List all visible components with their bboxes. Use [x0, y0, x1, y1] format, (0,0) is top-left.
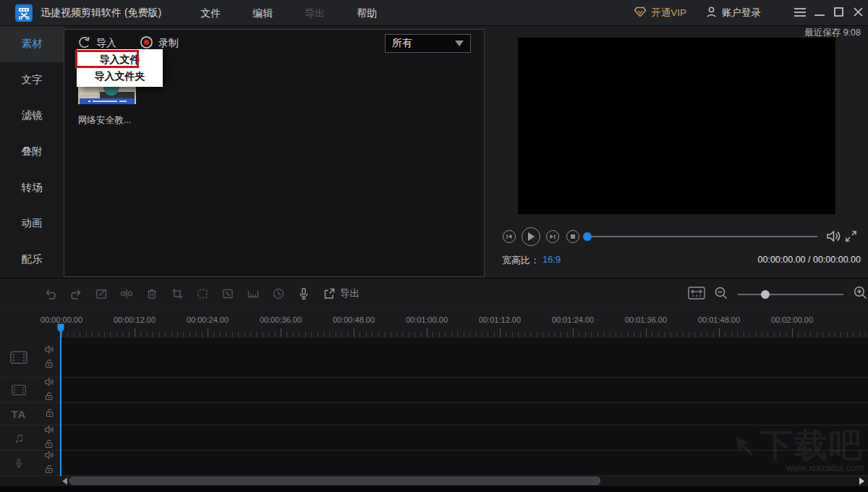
fit-timeline-button[interactable] [687, 285, 706, 304]
track-lane-music[interactable] [60, 425, 868, 450]
volume-icon [825, 229, 842, 244]
ruler-minor-ticks [61, 332, 868, 337]
track-row-voice [0, 451, 868, 476]
record-label: 录制 [158, 37, 179, 50]
split-button[interactable] [119, 287, 134, 301]
app-window: 迅捷视频剪辑软件 (免费版) 文件 编辑 导出 帮助 开通VIP 账户登录 [0, 0, 868, 492]
zoom-slider-handle[interactable] [761, 290, 770, 299]
playhead-line[interactable] [60, 326, 61, 476]
track-mute-toggle[interactable] [44, 376, 54, 389]
seek-bar[interactable] [583, 236, 817, 237]
track-lock-toggle[interactable] [45, 464, 54, 477]
mosaic-button[interactable] [221, 287, 235, 301]
sidebar-item-text[interactable]: 文字 [0, 62, 64, 98]
ruler-button[interactable] [246, 287, 260, 301]
caret-down-icon [455, 41, 464, 46]
minimize-button[interactable] [809, 0, 829, 26]
trash-icon [145, 287, 159, 301]
zoom-out-button[interactable] [713, 285, 729, 304]
track-row-video [0, 338, 868, 378]
ruler-major-tick [500, 328, 501, 337]
speaker-icon [44, 345, 54, 354]
voiceover-button[interactable] [297, 287, 311, 301]
login-button[interactable]: 账户登录 [705, 6, 761, 20]
volume-button[interactable] [825, 229, 842, 247]
edit-button[interactable] [94, 287, 109, 301]
export-button[interactable]: 导出 [322, 287, 359, 301]
unlock-icon [46, 408, 54, 417]
track-lane-video-overlay[interactable] [60, 378, 868, 402]
video-preview-screen [518, 38, 835, 214]
redo-button[interactable] [69, 287, 83, 301]
ruler-label: 00:01:00.00 [406, 315, 448, 324]
track-lane-text[interactable] [60, 403, 868, 425]
prev-frame-button[interactable] [503, 230, 516, 243]
delete-button[interactable] [145, 287, 159, 301]
minimize-icon [814, 7, 825, 20]
highlight-annotation-box [75, 50, 139, 68]
scroll-right-arrow-icon[interactable] [859, 478, 864, 485]
track-lock-toggle[interactable] [45, 358, 54, 371]
track-lane-video[interactable] [60, 338, 868, 377]
timeline-zoom-slider[interactable] [738, 294, 843, 295]
vip-button[interactable]: 开通VIP [634, 7, 686, 20]
track-mute-toggle[interactable] [44, 449, 54, 462]
ruler-label: 00:01:12.00 [479, 315, 521, 324]
ruler-label: 00:01:24.00 [552, 315, 594, 324]
track-mute-toggle[interactable] [44, 344, 54, 357]
speaker-icon [44, 451, 54, 459]
menu-item-import-folder[interactable]: 导入文件夹 [77, 68, 163, 85]
zoom-in-button[interactable] [852, 284, 868, 304]
close-button[interactable] [848, 0, 868, 26]
track-lock-toggle[interactable] [45, 391, 54, 404]
playhead-handle[interactable] [57, 323, 64, 336]
timeline-ruler[interactable]: 00:00:00.0000:00:12.0000:00:24.0000:00:3… [0, 310, 868, 338]
stop-button[interactable] [566, 230, 579, 243]
sidebar-item-overlays[interactable]: 叠附 [0, 134, 64, 170]
seek-handle[interactable] [583, 232, 592, 241]
menu-help[interactable]: 帮助 [341, 0, 393, 26]
track-mute-toggle[interactable] [44, 424, 54, 437]
sidebar-item-music[interactable]: 配乐 [0, 241, 64, 277]
bottom-strip [0, 486, 868, 492]
aspect-ratio-value[interactable]: 16:9 [542, 254, 561, 267]
sidebar-item-media[interactable]: 素材 [0, 26, 64, 62]
speaker-icon [44, 378, 54, 386]
play-button[interactable] [522, 227, 540, 246]
sidebar-item-transitions[interactable]: 转场 [0, 169, 64, 205]
filmstrip-icon [0, 383, 38, 397]
app-menu-button[interactable] [790, 0, 809, 26]
track-lock-toggle[interactable] [46, 407, 54, 420]
ruler-major-tick [427, 328, 427, 337]
ruler-major-tick [719, 328, 720, 337]
select-region-button[interactable] [195, 287, 210, 301]
app-logo-icon [15, 4, 33, 22]
track-lane-voice[interactable] [60, 451, 868, 475]
ruler-major-tick [792, 328, 793, 337]
clip-name: 网络安全教... [78, 114, 143, 127]
zoom-in-icon [852, 284, 868, 301]
ruler-major-tick [135, 328, 135, 337]
track-row-music: ♫ [0, 425, 868, 451]
sidebar-item-filters[interactable]: 滤镜 [0, 98, 64, 134]
scrollbar-thumb[interactable] [69, 477, 600, 485]
menu-edit[interactable]: 编辑 [237, 0, 289, 26]
duration-button[interactable] [271, 287, 286, 301]
sidebar: 素材 文字 滤镜 叠附 转场 动画 配乐 [0, 26, 64, 277]
filter-select[interactable]: 所有 [385, 34, 471, 53]
timeline-tracks: TA ♫ [0, 338, 868, 476]
ruler-label: 00:01:48.00 [698, 315, 740, 324]
ruler-label: 00:01:36.00 [625, 315, 667, 324]
maximize-button[interactable] [829, 0, 848, 26]
ruler-major-tick [646, 328, 647, 337]
fullscreen-button[interactable] [844, 229, 858, 246]
menu-file[interactable]: 文件 [184, 0, 237, 26]
speaker-icon [44, 425, 54, 434]
sidebar-item-animation[interactable]: 动画 [0, 205, 64, 242]
undo-button[interactable] [43, 287, 58, 301]
crop-button[interactable] [170, 287, 184, 301]
unlock-icon [45, 359, 54, 368]
next-frame-button[interactable] [546, 230, 559, 243]
scroll-left-arrow-icon[interactable] [62, 478, 67, 485]
person-icon [705, 6, 718, 20]
